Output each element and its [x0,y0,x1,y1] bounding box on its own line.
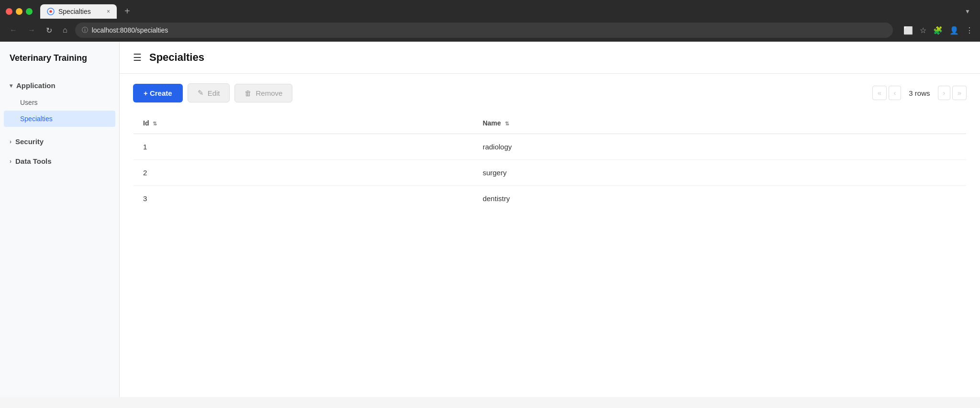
sidebar-brand: Veterinary Training [0,53,119,77]
sort-icon-id: ⇅ [153,121,157,126]
new-tab-button[interactable]: + [121,4,134,19]
svg-point-1 [50,10,52,12]
table-body: 1 radiology 2 surgery 3 dentistry [134,134,967,212]
cell-name-1: radiology [473,134,967,160]
sidebar-section-application-label: Application [16,81,56,90]
sidebar-section-security-label: Security [15,137,44,146]
edit-button-label: Edit [208,89,220,97]
page-title: Specialties [149,51,204,64]
table-container: Id ⇅ Name ⇅ 1 radiology [120,112,980,212]
back-button[interactable]: ← [7,24,20,36]
edit-icon: ✎ [198,89,204,97]
extensions-icon[interactable]: 🧩 [933,26,943,35]
security-icon: ⓘ [82,26,88,34]
table-header-row: Id ⇅ Name ⇅ [134,113,967,134]
sidebar-section-application: ▾ Application Users Specialties [0,77,119,131]
menu-icon[interactable]: ⋮ [966,26,973,35]
column-id-label: Id [143,119,149,127]
screenshot-icon[interactable]: ⬜ [903,26,913,35]
sidebar-item-users-label: Users [20,99,38,106]
traffic-light-close[interactable] [6,8,12,15]
url-text: localhost:8080/specialties [92,26,168,34]
table-row[interactable]: 2 surgery [134,160,967,186]
pagination: « ‹ 3 rows › » [872,86,967,100]
home-button[interactable]: ⌂ [60,24,70,36]
specialties-table: Id ⇅ Name ⇅ 1 radiology [133,112,967,212]
trash-icon: 🗑 [245,89,252,97]
sidebar-section-security: › Security [0,133,119,150]
profile-icon[interactable]: 👤 [949,26,959,35]
traffic-lights [6,8,33,15]
app-layout: Veterinary Training ▾ Application Users … [0,42,980,397]
cell-id-1: 1 [134,134,473,160]
browser-actions: ⬜ ☆ 🧩 👤 ⋮ [903,26,973,35]
forward-button[interactable]: → [25,24,38,36]
sidebar-item-users[interactable]: Users [0,94,119,111]
sidebar-section-application-header[interactable]: ▾ Application [0,77,119,94]
sidebar-items-application: Users Specialties [0,94,119,131]
main-content: ☰ Specialties + Create ✎ Edit 🗑 Remove «… [120,42,980,397]
tab-favicon [47,8,55,15]
sidebar: Veterinary Training ▾ Application Users … [0,42,120,397]
remove-button[interactable]: 🗑 Remove [234,84,292,102]
rows-info: 3 rows [903,89,935,97]
table-row[interactable]: 1 radiology [134,134,967,160]
address-bar: ← → ↻ ⌂ ⓘ localhost:8080/specialties ⬜ ☆… [0,19,980,42]
create-button[interactable]: + Create [133,84,183,102]
bookmark-icon[interactable]: ☆ [920,26,926,35]
toolbar: + Create ✎ Edit 🗑 Remove « ‹ 3 rows › » [120,74,980,112]
cell-name-2: surgery [473,160,967,186]
table-row[interactable]: 3 dentistry [134,186,967,212]
edit-button[interactable]: ✎ Edit [188,83,230,102]
table-header: Id ⇅ Name ⇅ [134,113,967,134]
cell-name-3: dentistry [473,186,967,212]
sort-icon-name: ⇅ [505,121,509,126]
tab-bar: Specialties × + ▼ [0,0,980,19]
main-header: ☰ Specialties [120,42,980,74]
last-page-button[interactable]: » [952,86,967,100]
column-name[interactable]: Name ⇅ [473,113,967,134]
column-name-label: Name [483,119,501,127]
sidebar-section-data-tools-header[interactable]: › Data Tools [0,152,119,170]
next-page-button[interactable]: › [938,86,951,100]
chevron-right-icon-2: › [10,158,11,165]
tab-close-button[interactable]: × [107,8,110,15]
url-bar[interactable]: ⓘ localhost:8080/specialties [75,23,893,38]
chevron-right-icon: › [10,138,11,145]
prev-page-button[interactable]: ‹ [889,86,902,100]
traffic-light-maximize[interactable] [26,8,33,15]
chevron-down-icon: ▾ [10,82,12,89]
create-button-label: + Create [144,89,172,97]
sidebar-item-specialties-label: Specialties [20,115,53,123]
sidebar-section-data-tools-label: Data Tools [15,157,52,165]
sidebar-section-data-tools: › Data Tools [0,152,119,170]
hamburger-icon[interactable]: ☰ [133,52,142,63]
browser-tab[interactable]: Specialties × [40,4,117,19]
cell-id-3: 3 [134,186,473,212]
reload-button[interactable]: ↻ [43,24,55,37]
cell-id-2: 2 [134,160,473,186]
tab-title: Specialties [58,8,91,15]
column-id[interactable]: Id ⇅ [134,113,473,134]
sidebar-section-security-header[interactable]: › Security [0,133,119,150]
first-page-button[interactable]: « [872,86,887,100]
traffic-light-minimize[interactable] [16,8,22,15]
sidebar-item-specialties[interactable]: Specialties [4,111,115,127]
tab-dropdown-button[interactable]: ▼ [961,6,974,17]
remove-button-label: Remove [256,89,282,97]
browser-chrome: Specialties × + ▼ ← → ↻ ⌂ ⓘ localhost:80… [0,0,980,42]
